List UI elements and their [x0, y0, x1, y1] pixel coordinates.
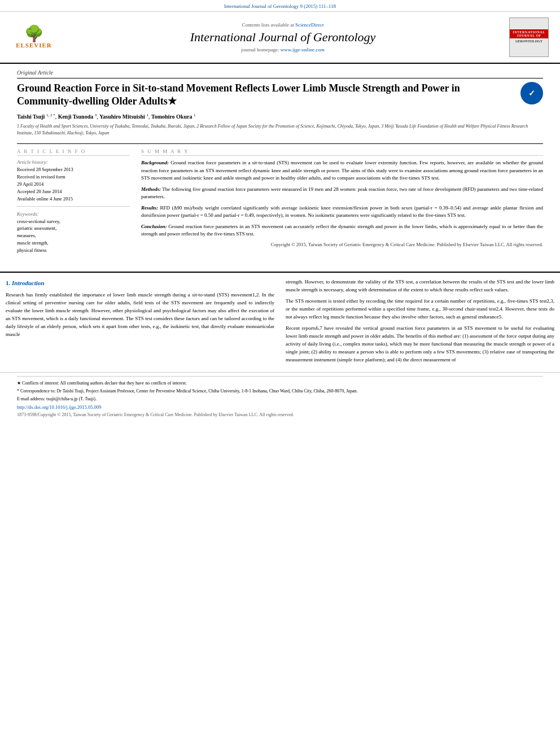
article-info-summary-section: A R T I C L E I N F O Article history: R… — [17, 143, 543, 254]
footnote-2: * Correspondence to: Dr Taishi Tsuji, Pr… — [17, 388, 543, 394]
author-mitsuishi-super: 1 — [146, 113, 148, 117]
summary-column: S U M M A R Y Background: Ground reactio… — [141, 148, 543, 254]
intro-paragraph-3: The STS movement is tested either by rec… — [286, 298, 554, 321]
conclusion-label: Conclusion: — [141, 224, 167, 229]
author-tsuji-super: 1, 2 * — [46, 113, 55, 117]
intro-paragraph-4: Recent reports6,7 have revealed the vert… — [286, 325, 554, 364]
intro-heading-text: Introduction — [12, 279, 44, 286]
author-mitsuishi: Yasuhiro Mitsuishi — [99, 113, 145, 120]
keyword-1: cross-sectional survey, — [17, 218, 130, 225]
journal-title: International Journal of Gerontology — [68, 30, 498, 45]
journal-header: 🌳 ELSEVIER Contents lists available at S… — [0, 12, 560, 64]
keyword-2: geriatric assessment, — [17, 225, 130, 232]
author-tsunoda: Kenji Tsunoda — [58, 113, 94, 120]
summary-heading: S U M M A R Y — [141, 148, 543, 156]
top-journal-reference: International Journal of Gerontology 9 (… — [0, 0, 560, 12]
section-separator — [0, 272, 560, 273]
gerontology-logo: INTERNATIONAL JOURNAL OF GERONTOLOGY — [509, 18, 549, 57]
article-info-column: A R T I C L E I N F O Article history: R… — [17, 148, 130, 254]
intro-paragraph-1: Research has firmly established the impo… — [6, 291, 274, 339]
background-label: Background: — [141, 160, 169, 165]
summary-background: Background: Ground reaction force parame… — [141, 159, 543, 182]
conclusion-text: Ground reaction force parameters in an S… — [141, 224, 543, 237]
body-column-right: strength. However, to demonstrate the va… — [286, 278, 554, 367]
crossmark-badge: ✓ — [520, 82, 543, 104]
gerontology-logo-body: GERONTOLOGY — [514, 38, 544, 45]
footnotes-area: ★ Conflicts of interest: All contributin… — [0, 372, 560, 403]
homepage-line: journal homepage: www.ijge-online.com — [68, 47, 498, 53]
author-tsunoda-super: 3 — [95, 113, 97, 117]
methods-text: The following five ground reaction force… — [141, 186, 543, 200]
author-tsuji: Taishi Tsuji — [17, 113, 45, 120]
doi-text: http://dx.doi.org/10.1016/j.ijge.2015.05… — [17, 404, 101, 410]
article-content: Original Article Ground Reaction Force i… — [0, 64, 560, 266]
footnote-1: ★ Conflicts of interest: All contributin… — [17, 380, 543, 386]
summary-conclusion: Conclusion: Ground reaction force parame… — [141, 223, 543, 238]
article-title-block: Ground Reaction Force in Sit-to-stand Mo… — [17, 82, 543, 108]
results-label: Results: — [141, 205, 158, 211]
results-text: RFD (Δ90 ms)/body weight correlated sign… — [141, 205, 543, 219]
author-okura-super: 1 — [194, 113, 196, 117]
history-items: Received 28 September 2013 Received in r… — [17, 167, 130, 202]
history-item-4: Accepted 20 June 2014 — [17, 189, 130, 195]
intro-paragraph-2: strength. However, to demonstrate the va… — [286, 278, 554, 294]
intro-section-num: 1. — [6, 279, 10, 286]
keyword-3: measures, — [17, 232, 130, 239]
summary-methods: Methods: The following five ground react… — [141, 186, 543, 201]
author-okura: Tomohiro Okura — [151, 113, 193, 120]
gerontology-logo-top-label: INTERNATIONAL JOURNAL OF — [510, 29, 548, 38]
sciencedirect-link[interactable]: ScienceDirect — [295, 22, 323, 28]
keywords-section: Keywords: cross-sectional survey, geriat… — [17, 211, 130, 254]
methods-label: Methods: — [141, 186, 161, 192]
elsevier-tree-icon: 🌳 — [24, 26, 44, 42]
history-item-2: Received in revised form — [17, 174, 130, 181]
footnotes-divider — [17, 376, 543, 377]
article-title: Ground Reaction Force in Sit-to-stand Mo… — [17, 82, 520, 108]
body-two-column: 1. Introduction Research has firmly esta… — [0, 278, 560, 367]
summary-results: Results: RFD (Δ90 ms)/body weight correl… — [141, 204, 543, 220]
issn-line: 1873-9598/Copyright © 2015, Taiwan Socie… — [17, 412, 543, 417]
article-category: Original Article — [17, 69, 543, 78]
doi-line[interactable]: http://dx.doi.org/10.1016/j.ijge.2015.05… — [17, 404, 543, 410]
keywords-label: Keywords: — [17, 211, 130, 217]
info-divider — [17, 206, 130, 207]
affiliations: 1 Faculty of Health and Sport Sciences, … — [17, 123, 543, 137]
history-item-1: Received 28 September 2013 — [17, 167, 130, 173]
journal-reference-text: International Journal of Gerontology 9 (… — [224, 3, 336, 9]
background-text: Ground reaction force parameters in a si… — [141, 160, 543, 181]
authors-line: Taishi Tsuji 1, 2 *, Kenji Tsunoda 3, Ya… — [17, 113, 543, 120]
keyword-5: physical fitness — [17, 247, 130, 254]
elsevier-text: ELSEVIER — [16, 42, 52, 49]
intro-heading: 1. Introduction — [6, 278, 274, 288]
history-item-5: Available online 4 June 2015 — [17, 196, 130, 203]
sciencedirect-line: Contents lists available at ScienceDirec… — [68, 22, 498, 28]
history-item-3: 29 April 2014 — [17, 181, 130, 188]
journal-center: Contents lists available at ScienceDirec… — [56, 22, 509, 53]
copyright-text: Copyright © 2015, Taiwan Society of Geri… — [141, 242, 543, 248]
keywords-list: cross-sectional survey, geriatric assess… — [17, 218, 130, 254]
body-column-left: 1. Introduction Research has firmly esta… — [6, 278, 274, 367]
keyword-4: muscle strength, — [17, 239, 130, 247]
article-info-heading: A R T I C L E I N F O — [17, 148, 130, 156]
history-label: Article history: — [17, 159, 130, 165]
footnote-3: E-mail address: tsujit@chiba-u.jp (T. Ts… — [17, 396, 543, 402]
homepage-link[interactable]: www.ijge-online.com — [281, 47, 325, 53]
elsevier-logo: 🌳 ELSEVIER — [11, 26, 56, 49]
